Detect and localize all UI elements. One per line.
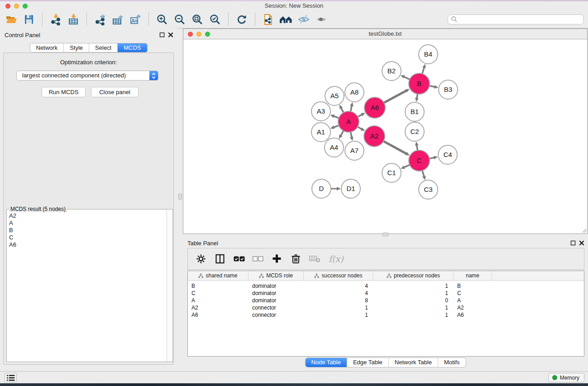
columns-icon[interactable] — [215, 253, 226, 265]
graph-edge-A-A7[interactable] — [351, 132, 352, 138]
result-item[interactable]: A — [9, 219, 164, 227]
float-panel-icon[interactable] — [159, 32, 165, 38]
graph-node-label-A5: A5 — [330, 92, 339, 100]
select-all-icon[interactable] — [234, 255, 245, 262]
vertical-splitter-grip[interactable] — [178, 194, 182, 200]
open-folder-icon[interactable] — [5, 13, 18, 26]
graph-edge-A-A8[interactable] — [351, 106, 352, 112]
graph-edge-B-B1[interactable] — [417, 94, 417, 98]
close-panel-icon[interactable] — [168, 32, 173, 38]
refresh-icon[interactable] — [235, 13, 249, 26]
memory-button[interactable]: Memory — [548, 373, 584, 382]
trash-icon[interactable] — [290, 253, 301, 265]
table-row[interactable]: A2connector11A2 — [188, 304, 584, 311]
control-panel-title: Control Panel — [5, 32, 40, 38]
zoom-selected-icon[interactable] — [208, 13, 222, 26]
houses-icon[interactable] — [279, 13, 293, 26]
export-network-icon[interactable] — [93, 13, 107, 26]
graph-edge-A-A6[interactable] — [358, 114, 362, 117]
graph-edge-C-C4[interactable] — [430, 157, 435, 158]
graph-edge-A2-C[interactable] — [383, 141, 406, 153]
column-header-empty — [492, 271, 584, 280]
table-row[interactable]: Cdominator41C — [188, 290, 584, 297]
network-canvas[interactable]: AA6A2BCA5A8A3A1A4A7B2B4B3B1C2C4C1C3DD1 — [183, 40, 587, 234]
graph-edge-C-C3[interactable] — [422, 171, 424, 176]
float-panel-icon[interactable] — [570, 240, 576, 246]
task-history-button[interactable] — [5, 373, 17, 382]
export-table-icon[interactable] — [111, 13, 124, 26]
tab-node-table[interactable]: Node Table — [305, 358, 347, 367]
graph-edge-A-A4[interactable] — [341, 131, 344, 135]
table-row[interactable]: A6connector11A6 — [188, 311, 584, 319]
column-header-name[interactable]: name — [454, 271, 492, 280]
network-minimize-button[interactable] — [196, 32, 201, 37]
result-item[interactable]: A6 — [9, 241, 164, 248]
save-icon[interactable] — [22, 13, 36, 26]
network-close-button[interactable] — [188, 32, 193, 37]
result-scrollbar[interactable] — [167, 210, 172, 361]
graph-edge-A6-B[interactable] — [384, 91, 406, 103]
graph-edge-A-A1[interactable] — [334, 125, 339, 127]
zoom-out-icon[interactable] — [173, 13, 186, 26]
result-item[interactable]: A2 — [9, 212, 164, 219]
graph-edge-C-C1[interactable] — [404, 165, 410, 167]
graph-edge-B-B3[interactable] — [430, 86, 435, 87]
export-image-icon[interactable] — [129, 13, 142, 26]
function-builder-icon[interactable]: f(x) — [329, 254, 344, 264]
resize-handle[interactable] — [581, 228, 587, 233]
add-icon[interactable] — [271, 253, 282, 265]
deselect-all-icon[interactable] — [253, 255, 263, 262]
zoom-in-icon[interactable] — [155, 13, 169, 26]
horizontal-splitter-grip[interactable] — [382, 233, 388, 236]
run-mcds-button[interactable]: Run MCDS — [42, 87, 86, 97]
delete-table-icon[interactable] — [309, 254, 321, 263]
tab-network-table[interactable]: Network Table — [389, 358, 438, 367]
zoom-window-button[interactable] — [23, 4, 28, 9]
graph-node-label-A3: A3 — [317, 107, 325, 115]
import-network-icon[interactable] — [49, 13, 62, 26]
minimize-window-button[interactable] — [14, 4, 19, 9]
tab-edge-table[interactable]: Edge Table — [347, 358, 389, 367]
column-header-shared-name[interactable]: shared name — [188, 271, 249, 280]
graph-edge-A-A3[interactable] — [334, 116, 339, 118]
close-window-button[interactable] — [5, 4, 10, 9]
close-panel-icon[interactable] — [579, 240, 584, 246]
zoom-fit-icon[interactable] — [191, 13, 204, 26]
tab-style[interactable]: Style — [64, 43, 89, 52]
tab-mcds[interactable]: MCDS — [118, 43, 147, 52]
graph-edge-A-A5[interactable] — [341, 108, 344, 113]
result-item[interactable]: C — [9, 234, 164, 241]
graph-edge-C-C2[interactable] — [417, 145, 418, 150]
graph-node-label-A1: A1 — [317, 128, 325, 136]
node-table-header: shared name MCDS role successor — [188, 271, 584, 281]
column-header-mcds-role[interactable]: MCDS role — [249, 271, 304, 280]
search-field[interactable] — [448, 14, 583, 24]
graph-node-label-B1: B1 — [411, 108, 419, 115]
column-header-successor-nodes[interactable]: successor nodes — [304, 271, 373, 280]
app-window: { "window": { "title": "Session: New Ses… — [0, 0, 588, 386]
graph-node-label-D1: D1 — [346, 185, 355, 192]
graph-edge-B-B4[interactable] — [422, 67, 424, 74]
network-zoom-button[interactable] — [205, 32, 210, 37]
gear-icon[interactable] — [196, 253, 207, 265]
close-panel-button[interactable]: Close panel — [91, 87, 139, 97]
document-network-icon[interactable] — [262, 13, 275, 26]
table-cell: dominator — [249, 283, 304, 289]
result-item[interactable]: B — [9, 227, 164, 234]
table-row[interactable]: Adominator80A — [188, 297, 584, 304]
table-cell: dominator — [249, 290, 304, 296]
optimization-criterion-select[interactable]: largest connected component (directed) — [16, 71, 158, 81]
eye-slash-icon[interactable] — [297, 13, 311, 26]
column-header-predecessor-nodes[interactable]: predecessor nodes — [373, 271, 454, 280]
table-row[interactable]: Bdominator41B — [188, 282, 584, 290]
tab-motifs[interactable]: Motifs — [438, 358, 466, 367]
graph-edge-B-B2[interactable] — [404, 77, 410, 80]
import-table-icon[interactable] — [67, 13, 80, 26]
table-cell: B — [454, 283, 492, 289]
node-table: shared name MCDS role successor — [187, 271, 584, 357]
search-input[interactable] — [458, 15, 580, 24]
eye-icon[interactable] — [315, 13, 328, 26]
graph-edge-A-A2[interactable] — [358, 127, 362, 129]
tab-network[interactable]: Network — [30, 43, 64, 52]
tab-select[interactable]: Select — [89, 43, 118, 52]
